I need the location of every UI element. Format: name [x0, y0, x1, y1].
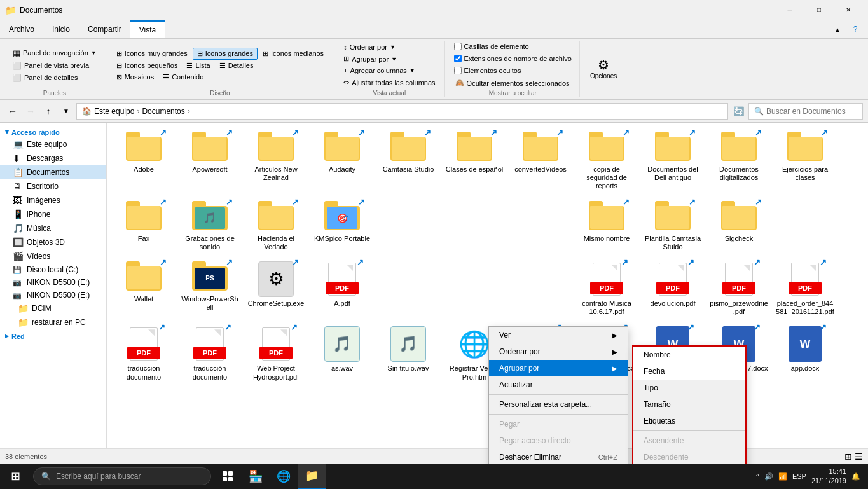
btn-panel-detalles[interactable]: ⬜ Panel de detalles: [9, 72, 100, 83]
sidebar-section-acceso-rapido[interactable]: ▾ Acceso rápido: [0, 125, 106, 137]
file-item-chrome-setup[interactable]: ⚙ ↗ ChromeSetup.exe: [244, 258, 308, 320]
btn-agrupar-por[interactable]: ⊞ Agrupar por ▼: [340, 53, 439, 64]
file-item-app-docx[interactable]: W ↗ app.docx: [773, 322, 837, 385]
file-item-articulos[interactable]: ↗ Articulos New Zealnad: [244, 128, 308, 195]
file-item-docs-dell[interactable]: ↗ Documentos del Dell antiguo: [641, 128, 705, 195]
file-item-copia[interactable]: ↗ copia de seguridad de reports: [575, 128, 638, 195]
sidebar-item-videos[interactable]: 🎬 Vídeos: [0, 249, 106, 263]
btn-lista[interactable]: ☰ Lista: [183, 60, 214, 71]
btn-opciones[interactable]: ⚙ Opciones: [586, 57, 621, 81]
sidebar-item-musica[interactable]: 🎵 Música: [0, 221, 106, 235]
file-item-apdf[interactable]: PDF ↗ A.pdf: [310, 258, 374, 320]
file-item-ejercicios[interactable]: ↗ Ejercicios para clases: [773, 128, 837, 195]
sub-item-nombre[interactable]: Nombre: [633, 347, 745, 363]
btn-ocultar-elementos[interactable]: 🙈 Ocultar elementos seleccionados: [451, 78, 574, 88]
file-item-devolucion[interactable]: PDF ↗ devolucion.pdf: [641, 258, 705, 320]
search-box[interactable]: 🔍: [748, 103, 863, 120]
file-item-wallet[interactable]: ↗ Wallet: [112, 258, 176, 320]
btn-ajustar-columnas[interactable]: ⇔ Ajustar todas las columnas: [340, 77, 439, 88]
sub-item-etiquetas[interactable]: Etiquetas: [633, 413, 745, 429]
file-item-adobe[interactable]: ↗ Adobe: [112, 128, 176, 195]
sidebar-item-dcim[interactable]: 📁 DCIM: [0, 301, 106, 315]
address-breadcrumb-1[interactable]: Este equipo: [94, 107, 134, 116]
search-input[interactable]: [766, 107, 862, 116]
taskbar-store-btn[interactable]: 🏪: [242, 464, 270, 489]
file-item-contrato1[interactable]: PDF ↗ contrato Musica 10.6.17.pdf: [575, 258, 638, 320]
sidebar-item-nikon-1[interactable]: 📷 NIKON D5500 (E:): [0, 276, 106, 289]
view-detail-btn[interactable]: ☰: [855, 451, 863, 462]
checkbox-extensiones[interactable]: Extensiones de nombre de archivo: [451, 53, 574, 64]
tab-compartir[interactable]: Compartir: [79, 20, 130, 38]
tray-clock[interactable]: 15:41 21/11/2019: [811, 467, 846, 486]
file-item-kmspico[interactable]: 🎯 ↗ KMSpico Portable: [310, 197, 374, 255]
sidebar-item-descargas[interactable]: ⬇ Descargas: [0, 151, 106, 165]
checkbox-casillas[interactable]: Casillas de elemento: [451, 41, 574, 52]
file-item-plantilla[interactable]: ↗ Plantilla Camtasia Stuido: [641, 197, 705, 255]
file-item-trad2[interactable]: PDF ↗ traducción documento: [178, 322, 242, 385]
sub-item-tamano[interactable]: Tamaño: [633, 396, 745, 413]
btn-detalles[interactable]: ☰ Detalles: [216, 60, 258, 71]
file-item-audacity[interactable]: ↗ Audacity: [310, 128, 374, 195]
close-button[interactable]: ✕: [834, 0, 863, 20]
btn-panel-vista-previa[interactable]: ⬜ Panel de vista previa: [9, 60, 100, 71]
cm-item-personalizar[interactable]: Personalizar esta carpeta...: [489, 396, 628, 413]
cm-item-ordenar[interactable]: Ordenar por ▶: [489, 343, 628, 360]
file-item-apowersoft[interactable]: ↗ Apowersoft: [178, 128, 242, 195]
sidebar-item-disco-c[interactable]: 💾 Disco local (C:): [0, 263, 106, 276]
up-button[interactable]: ↑: [41, 104, 56, 119]
sub-item-tipo[interactable]: Tipo: [633, 380, 745, 396]
file-item-placed[interactable]: PDF ↗ placed_order_844581_20161121.pdf: [773, 258, 837, 320]
file-item-sigcheck[interactable]: ↗ Sigcheck: [707, 197, 771, 255]
minimize-button[interactable]: ─: [775, 0, 804, 20]
file-item-trad1[interactable]: PDF ↗ traduccion documento: [112, 322, 176, 385]
btn-iconos-pequenos[interactable]: ⊟ Iconos pequeños: [113, 60, 182, 71]
btn-iconos-muy-grandes[interactable]: ⊞ Iconos muy grandes: [113, 48, 191, 60]
taskbar-search[interactable]: 🔍 Escribe aquí para buscar: [33, 467, 211, 485]
file-item-as-wav[interactable]: 🎵 as.wav: [310, 322, 374, 385]
sub-item-fecha[interactable]: Fecha: [633, 363, 745, 380]
file-item-converted[interactable]: ↗ convertedVideos: [509, 128, 572, 195]
start-button[interactable]: ⊞: [0, 464, 31, 489]
sidebar-item-restaurar[interactable]: 📁 restaurar en PC: [0, 315, 106, 329]
btn-agregar-columnas[interactable]: + Agregar columnas ▼: [340, 65, 439, 76]
sidebar-item-imagenes[interactable]: 🖼 Imágenes: [0, 193, 106, 207]
recent-locations-button[interactable]: ▼: [59, 104, 74, 119]
sidebar-item-este-equipo[interactable]: 💻 Este equipo: [0, 137, 106, 151]
file-item-grabaciones[interactable]: 🎵 ↗ Grabaciones de sonido: [178, 197, 242, 255]
address-path[interactable]: 🏠 Este equipo › Documentos ›: [76, 103, 728, 120]
file-item-camtasia[interactable]: ↗ Camtasia Studio: [376, 128, 440, 195]
cm-item-agrupar[interactable]: Agrupar por ▶: [489, 360, 628, 376]
btn-contenido[interactable]: ☰ Contenido: [159, 72, 207, 83]
view-large-btn[interactable]: ⊞: [844, 451, 852, 462]
tab-archivo[interactable]: Archivo: [0, 20, 43, 38]
tab-inicio[interactable]: Inicio: [43, 20, 79, 38]
tray-notification-icon[interactable]: 🔔: [851, 472, 860, 481]
refresh-button[interactable]: 🔄: [731, 104, 746, 119]
file-item-sin-titulo-wav[interactable]: 🎵 Sin titulo.wav: [376, 322, 440, 385]
file-item-pismo[interactable]: PDF ↗ pismo_przewodnie.pdf: [707, 258, 771, 320]
maximize-button[interactable]: □: [804, 0, 834, 20]
tray-volume-icon[interactable]: 🔊: [764, 472, 773, 481]
tab-vista[interactable]: Vista: [130, 20, 165, 38]
tray-network-icon[interactable]: 📶: [778, 472, 787, 481]
ribbon-collapse-btn[interactable]: ▲: [830, 22, 845, 37]
taskbar-task-view-btn[interactable]: [214, 464, 242, 489]
file-item-web-project[interactable]: PDF ↗ Web Project Hydrosport.pdf: [244, 322, 308, 385]
btn-ordenar-por[interactable]: ↕ Ordenar por ▼: [340, 42, 439, 52]
sidebar-section-red[interactable]: ▸ Red: [0, 329, 106, 341]
file-item-powershell[interactable]: PS ↗ WindowsPowerShell: [178, 258, 242, 320]
btn-panel-navegacion[interactable]: ▦ Panel de navegación ▼: [9, 47, 100, 59]
cm-item-actualizar[interactable]: Actualizar: [489, 376, 628, 393]
file-item-clases[interactable]: ↗ Clases de español: [443, 128, 506, 195]
file-item-mismo[interactable]: ↗ Mismo nombre: [575, 197, 638, 255]
sidebar-item-nikon-2[interactable]: 📷 NIKON D5500 (E:): [0, 289, 106, 301]
checkbox-ocultos[interactable]: Elementos ocultos: [451, 65, 574, 76]
address-breadcrumb-2[interactable]: Documentos: [142, 107, 184, 116]
btn-mosaicos[interactable]: ⊠ Mosaicos: [113, 72, 158, 83]
tray-caret-icon[interactable]: ^: [756, 472, 759, 480]
sidebar-item-documentos[interactable]: 📋 Documentos: [0, 165, 106, 179]
sidebar-item-escritorio[interactable]: 🖥 Escritorio: [0, 179, 106, 193]
cm-item-ver[interactable]: Ver ▶: [489, 327, 628, 343]
file-item-fax[interactable]: ↗ Fax: [112, 197, 176, 255]
taskbar-edge-btn[interactable]: 🌐: [270, 464, 298, 489]
